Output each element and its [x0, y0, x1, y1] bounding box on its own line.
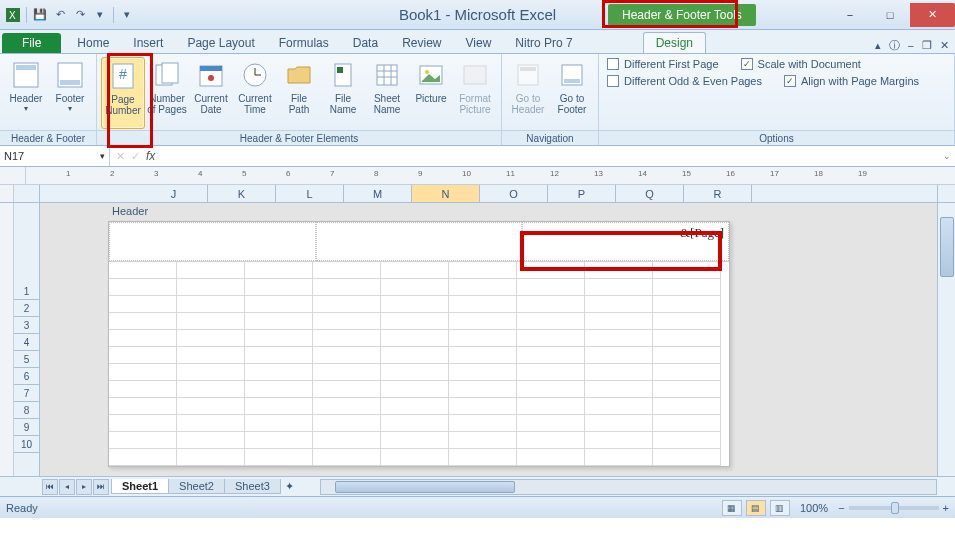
minimize-button[interactable]: − [830, 3, 870, 27]
check-different-odd-even[interactable]: Different Odd & Even Pages [607, 75, 762, 87]
sheet-tab[interactable]: Sheet3 [224, 479, 281, 494]
sheet-nav-last[interactable]: ⏭ [93, 479, 109, 495]
cell[interactable] [177, 415, 245, 432]
tab-insert[interactable]: Insert [121, 33, 175, 53]
column-header[interactable]: L [276, 185, 344, 202]
cell[interactable] [245, 415, 313, 432]
column-header[interactable]: O [480, 185, 548, 202]
cell[interactable] [381, 432, 449, 449]
sheet-nav-first[interactable]: ⏮ [42, 479, 58, 495]
cell[interactable] [313, 381, 381, 398]
cell[interactable] [585, 398, 653, 415]
row-header[interactable]: 4 [14, 334, 39, 351]
cell[interactable] [381, 364, 449, 381]
cell[interactable] [245, 398, 313, 415]
check-scale[interactable]: ✓Scale with Document [741, 58, 861, 70]
cell[interactable] [585, 381, 653, 398]
cell[interactable] [653, 330, 721, 347]
undo-icon[interactable]: ↶ [51, 6, 69, 24]
sheet-tab[interactable]: Sheet2 [168, 479, 225, 494]
cell[interactable] [245, 432, 313, 449]
cell[interactable] [517, 279, 585, 296]
number-of-pages-button[interactable]: Number of Pages [145, 57, 189, 129]
cell[interactable] [313, 330, 381, 347]
cell[interactable] [313, 415, 381, 432]
cell[interactable] [653, 398, 721, 415]
row-header[interactable]: 9 [14, 419, 39, 436]
cell[interactable] [517, 262, 585, 279]
column-header[interactable]: M [344, 185, 412, 202]
cell[interactable] [517, 432, 585, 449]
header-center[interactable] [316, 222, 523, 261]
doc-restore-icon[interactable]: ❐ [922, 39, 932, 52]
cell[interactable] [381, 449, 449, 466]
cell[interactable] [517, 347, 585, 364]
cell[interactable] [109, 296, 177, 313]
cell[interactable] [653, 381, 721, 398]
cell[interactable] [109, 381, 177, 398]
row-header[interactable]: 2 [14, 300, 39, 317]
qat-customize-icon[interactable]: ▾ [118, 6, 136, 24]
check-different-first[interactable]: Different First Page [607, 58, 719, 70]
cell[interactable] [449, 364, 517, 381]
cell[interactable] [109, 364, 177, 381]
cell[interactable] [449, 313, 517, 330]
cell[interactable] [653, 279, 721, 296]
cell[interactable] [313, 262, 381, 279]
cell[interactable] [381, 313, 449, 330]
cell[interactable] [653, 262, 721, 279]
column-header[interactable]: K [208, 185, 276, 202]
cell[interactable] [449, 330, 517, 347]
cell[interactable] [177, 364, 245, 381]
row-header[interactable]: 3 [14, 317, 39, 334]
cell[interactable] [245, 364, 313, 381]
cell[interactable] [653, 296, 721, 313]
cell[interactable] [517, 330, 585, 347]
cell[interactable] [177, 313, 245, 330]
current-date-button[interactable]: Current Date [189, 57, 233, 129]
tab-nitro[interactable]: Nitro Pro 7 [503, 33, 584, 53]
row-header[interactable]: 1 [14, 283, 39, 300]
cell[interactable] [585, 330, 653, 347]
current-time-button[interactable]: Current Time [233, 57, 277, 129]
close-button[interactable]: ✕ [910, 3, 955, 27]
cell[interactable] [381, 415, 449, 432]
cell[interactable] [449, 449, 517, 466]
cell[interactable] [381, 347, 449, 364]
cell[interactable] [585, 296, 653, 313]
cell[interactable] [313, 398, 381, 415]
cell[interactable] [517, 364, 585, 381]
tab-view[interactable]: View [454, 33, 504, 53]
cell[interactable] [449, 415, 517, 432]
cell[interactable] [653, 313, 721, 330]
row-header[interactable]: 7 [14, 385, 39, 402]
scrollbar-thumb[interactable] [940, 217, 954, 277]
cell[interactable] [585, 364, 653, 381]
cell[interactable] [177, 262, 245, 279]
cell[interactable] [109, 347, 177, 364]
cell[interactable] [653, 432, 721, 449]
tab-review[interactable]: Review [390, 33, 453, 53]
cell[interactable] [245, 296, 313, 313]
save-icon[interactable]: 💾 [31, 6, 49, 24]
cell[interactable] [109, 415, 177, 432]
tab-home[interactable]: Home [65, 33, 121, 53]
column-header[interactable]: Q [616, 185, 684, 202]
cell[interactable] [517, 398, 585, 415]
minimize-ribbon-icon[interactable]: ▴ [875, 39, 881, 52]
cell[interactable] [653, 415, 721, 432]
cell[interactable] [449, 398, 517, 415]
sheet-tab[interactable]: Sheet1 [111, 479, 169, 494]
cell[interactable] [381, 330, 449, 347]
sheet-nav-prev[interactable]: ◂ [59, 479, 75, 495]
new-sheet-button[interactable]: ✦ [280, 480, 300, 493]
cell[interactable] [313, 296, 381, 313]
cell[interactable] [109, 432, 177, 449]
select-all-button[interactable] [14, 185, 40, 202]
cell[interactable] [245, 262, 313, 279]
cell[interactable] [177, 296, 245, 313]
cell[interactable] [585, 347, 653, 364]
fx-icon[interactable]: fx [146, 149, 155, 163]
column-header[interactable]: R [684, 185, 752, 202]
maximize-button[interactable]: □ [870, 3, 910, 27]
